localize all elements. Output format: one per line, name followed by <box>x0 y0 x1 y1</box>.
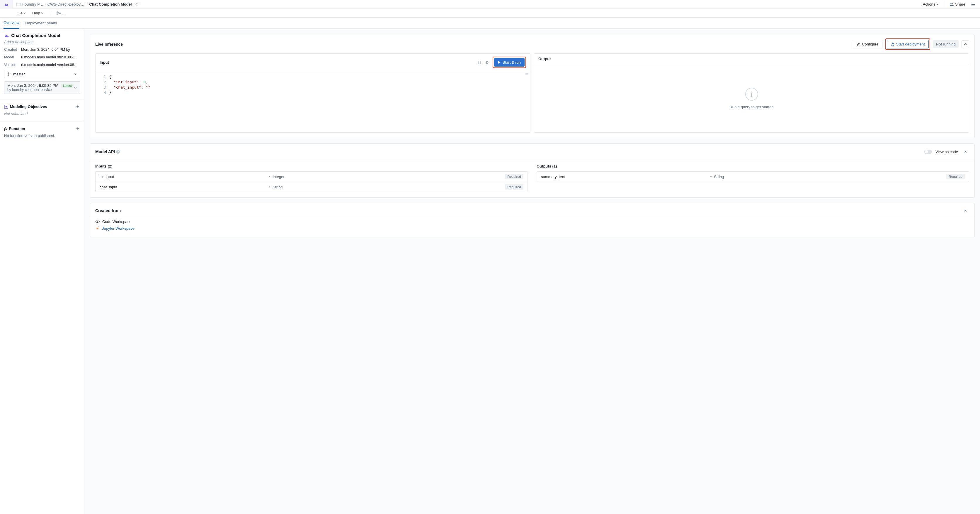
collapse-button[interactable] <box>961 207 969 214</box>
svg-point-3 <box>952 3 953 5</box>
input-card: Input Start & run <box>95 53 530 132</box>
reset-button[interactable] <box>485 61 489 65</box>
fx-icon: fx <box>4 126 7 131</box>
line-gutter: 1234 <box>95 74 109 132</box>
folder-icon <box>16 2 21 6</box>
list-icon[interactable] <box>970 2 975 6</box>
sidebar: Chat Completion Model Add a description.… <box>0 29 84 514</box>
branch-name: master <box>13 72 25 76</box>
version-selector[interactable]: Mon, Jun 3, 2024, 6:05:35 PM Latest by f… <box>4 81 80 94</box>
model-api-title: Model API <box>95 149 115 154</box>
code-editor[interactable]: 1234 { "int_input": 0, "chat_input": "" … <box>95 71 530 132</box>
svg-point-16 <box>8 75 8 76</box>
menu-file[interactable]: File <box>16 11 26 15</box>
sidebar-meta: Chat Completion Model Add a description.… <box>0 29 84 99</box>
minimap <box>525 73 528 75</box>
mountain-icon <box>4 2 9 6</box>
start-and-run-button[interactable]: Start & run <box>494 58 525 67</box>
code-icon <box>95 220 100 224</box>
power-icon <box>891 42 894 46</box>
divider <box>944 2 944 7</box>
code-content: { "int_input": 0, "chat_input": "" } <box>109 74 530 132</box>
model-api-title-row: Model API ? <box>95 149 120 154</box>
menu-help-label: Help <box>32 11 40 15</box>
start-run-highlight: Start & run <box>493 57 526 68</box>
jupyter-icon <box>95 226 100 231</box>
people-icon <box>950 3 954 6</box>
info-icon: i <box>745 88 758 101</box>
created-from-panel: Created from Code Workspace Jupyter Work… <box>90 203 975 237</box>
chevron-up-icon <box>964 151 967 153</box>
caret-down-icon <box>936 3 939 5</box>
layout: Chat Completion Model Add a description.… <box>0 29 980 514</box>
divider <box>50 11 50 16</box>
add-objective-button[interactable]: ＋ <box>75 104 80 110</box>
outputs-column: Outputs (1) summary_text String Required <box>536 164 969 192</box>
menubar: File Help 1 <box>0 9 980 18</box>
pencil-icon <box>857 43 860 46</box>
created-value: Mon, Jun 3, 2024, 6:04 PM by <box>21 48 70 52</box>
description-placeholder[interactable]: Add a description... <box>4 40 80 44</box>
caret-down-icon <box>74 87 77 89</box>
svg-point-2 <box>950 3 951 5</box>
live-inference-panel: Live Inference Configure Start deploymen… <box>90 35 975 138</box>
model-api-panel: Model API ? View as code Inputs (2) <box>90 144 975 198</box>
outputs-table: summary_text String Required <box>536 171 969 182</box>
clipboard-icon <box>477 61 482 65</box>
api-row: summary_text String Required <box>537 172 969 182</box>
configure-button[interactable]: Configure <box>853 40 882 48</box>
model-rid: ri.models.main.model.df85d180-b65c-4… <box>21 55 78 59</box>
jupyter-link[interactable]: Jupyter Workspace <box>102 226 135 231</box>
output-title: Output <box>538 57 551 61</box>
tab-overview[interactable]: Overview <box>3 18 19 29</box>
collapse-button[interactable] <box>961 40 969 48</box>
caret-down-icon <box>74 73 77 75</box>
graph-icon <box>57 11 60 15</box>
api-row: int_input Integer Required <box>95 172 528 182</box>
created-from-jupyter[interactable]: Jupyter Workspace <box>95 225 969 232</box>
breadcrumb-root[interactable]: Foundry ML <box>22 2 43 6</box>
view-as-code-label: View as code <box>935 150 958 154</box>
help-icon[interactable]: ? <box>116 150 120 154</box>
svg-rect-5 <box>972 3 975 3</box>
svg-point-4 <box>971 2 972 3</box>
breadcrumb-mid[interactable]: CWS-Direct-Deploy… <box>48 2 84 6</box>
actions-menu[interactable]: Actions <box>923 2 939 6</box>
share-button[interactable]: Share <box>950 2 965 6</box>
required-badge: Required <box>505 184 523 190</box>
objectives-note: Not submitted <box>4 112 80 116</box>
menu-help[interactable]: Help <box>32 11 43 15</box>
share-label: Share <box>955 2 965 6</box>
breadcrumb-current: Chat Completion Model <box>89 2 132 6</box>
output-hint: Run a query to get started <box>729 105 773 109</box>
caret-down-icon <box>24 12 26 14</box>
play-icon <box>498 61 501 64</box>
tab-deployment-health[interactable]: Deployment health <box>25 18 57 29</box>
breadcrumb: Foundry ML › CWS-Direct-Deploy… › Chat C… <box>13 2 923 6</box>
start-deployment-label: Start deployment <box>896 42 925 46</box>
connections-indicator[interactable]: 1 <box>57 11 64 15</box>
output-type: String <box>710 174 946 179</box>
actions-label: Actions <box>923 2 935 6</box>
latest-badge: Latest <box>61 84 73 88</box>
inputs-table: int_input Integer Required chat_input St… <box>95 171 528 192</box>
start-deployment-button[interactable]: Start deployment <box>887 40 929 48</box>
add-function-button[interactable]: ＋ <box>75 126 80 132</box>
star-icon[interactable] <box>135 2 139 6</box>
copy-button[interactable] <box>477 61 482 65</box>
main: Live Inference Configure Start deploymen… <box>84 29 980 514</box>
svg-line-13 <box>58 12 59 13</box>
app-logo[interactable] <box>0 0 13 9</box>
branch-selector[interactable]: master <box>4 70 80 78</box>
svg-rect-23 <box>479 61 480 61</box>
view-as-code-toggle[interactable] <box>924 150 932 154</box>
required-badge: Required <box>505 174 523 179</box>
version-rid: ri.models.main.model-version.08d8e70… <box>21 63 78 67</box>
svg-point-19 <box>6 106 7 107</box>
start-deployment-highlight: Start deployment <box>885 38 930 50</box>
chevron-up-icon <box>964 210 967 212</box>
api-row: chat_input String Required <box>95 182 528 192</box>
created-label: Created <box>4 48 18 52</box>
sidebar-objectives: Modeling Objectives ＋ Not submitted <box>0 99 84 121</box>
collapse-button[interactable] <box>961 148 969 155</box>
